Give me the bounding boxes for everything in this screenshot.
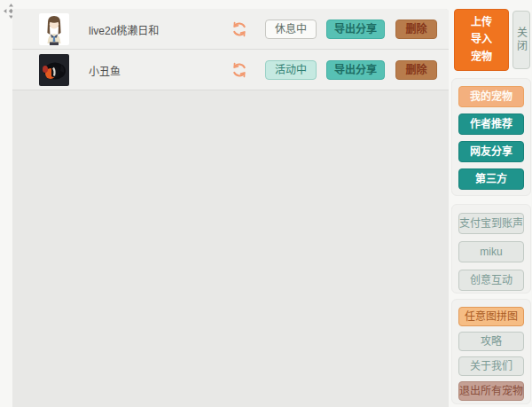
misc-panel: 任意图拼图 攻略 关于我们 退出所有宠物 — [451, 299, 531, 404]
delete-button[interactable]: 删除 — [395, 60, 437, 80]
pet-row-clownfish: 小丑鱼 活动中 导出分享 删除 — [12, 50, 449, 90]
status-button[interactable]: 休息中 — [265, 20, 317, 39]
pet-avatar-clownfish-image — [39, 54, 69, 86]
pet-list-panel: live2d桃濑日和 休息中 导出分享 删除 — [12, 9, 449, 407]
alipay-sound-button[interactable]: 支付宝到账声 — [458, 213, 524, 234]
about-us-button[interactable]: 关于我们 — [458, 356, 524, 376]
upload-import-pet-button[interactable]: 上传 导入 宠物 — [454, 9, 509, 71]
status-button[interactable]: 活动中 — [265, 60, 317, 80]
tab-my-pets[interactable]: 我的宠物 — [458, 86, 524, 107]
pet-manager-window: live2d桃濑日和 休息中 导出分享 删除 — [0, 0, 532, 407]
guide-button[interactable]: 攻略 — [458, 332, 524, 351]
pet-row-live2d: live2d桃濑日和 休息中 导出分享 删除 — [12, 9, 449, 50]
export-share-button[interactable]: 导出分享 — [326, 20, 385, 39]
pet-name: 小丑鱼 — [89, 62, 121, 77]
creative-interaction-button[interactable]: 创意互动 — [458, 270, 524, 291]
close-button[interactable]: 关闭 — [512, 11, 530, 69]
category-panel: 我的宠物 作者推荐 网友分享 第三方 — [451, 78, 531, 196]
extras-panel: 支付宝到账声 miku 创意互动 — [451, 204, 531, 294]
miku-button[interactable]: miku — [458, 241, 524, 262]
refresh-icon[interactable] — [231, 61, 248, 79]
pet-name: live2d桃濑日和 — [89, 21, 159, 36]
image-puzzle-button[interactable]: 任意图拼图 — [458, 307, 524, 326]
exit-all-pets-button[interactable]: 退出所有宠物 — [458, 381, 524, 401]
export-share-button[interactable]: 导出分享 — [326, 60, 385, 80]
pet-avatar-anime-girl-image — [39, 13, 69, 45]
delete-button[interactable]: 删除 — [395, 20, 437, 39]
tab-third-party[interactable]: 第三方 — [458, 168, 524, 190]
tab-author-recommended[interactable]: 作者推荐 — [458, 113, 524, 135]
refresh-icon[interactable] — [231, 20, 248, 38]
tab-netizen-share[interactable]: 网友分享 — [458, 141, 524, 162]
